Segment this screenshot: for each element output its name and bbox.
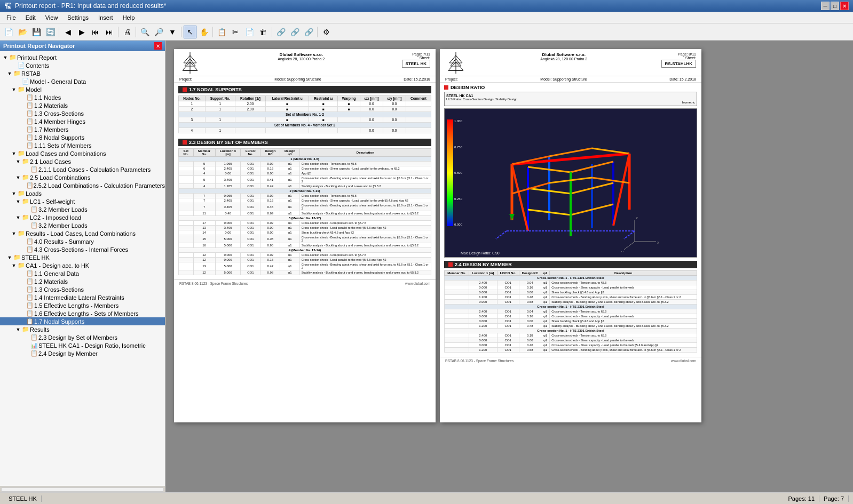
page-icon: 📋: [26, 142, 34, 149]
tree-members[interactable]: 📋 1.7 Members: [0, 125, 165, 133]
folder-icon: 📁: [17, 262, 26, 269]
col-member: Member No.: [193, 149, 215, 157]
horizontal-scrollbar[interactable]: [0, 486, 165, 492]
window-title: Printout report - PR1: Input data and re…: [15, 2, 167, 10]
menu-help[interactable]: Help: [119, 13, 139, 22]
col-member: Member No.: [445, 271, 469, 276]
section-title-text: 2.3 DESIGN BY SET OF MEMBERS: [189, 140, 268, 145]
toolbar-save[interactable]: 💾: [30, 26, 43, 38]
menu-view[interactable]: View: [41, 13, 62, 22]
toolbar-delete-page[interactable]: 🗑: [257, 26, 270, 38]
tree-ca1-cs[interactable]: 📋 1.3 Cross-Sections: [0, 285, 165, 293]
menu-file[interactable]: File: [2, 13, 20, 22]
tree-item-label: Model: [26, 86, 165, 93]
table-row: 51.965CO10.02φ1Cross-section check - Ten…: [179, 162, 431, 166]
navigator-title: Printout Report Navigator: [3, 43, 75, 49]
tree-item-label: CA1 - Design acc. to HK: [26, 262, 165, 269]
tree-design-set[interactable]: 📋 2.3 Design by Set of Members: [0, 333, 165, 341]
tree-nodal-supports[interactable]: 📋 1.8 Nodal Supports: [0, 133, 165, 141]
toolbar-first[interactable]: ⏮: [89, 26, 102, 38]
page-icon: 📋: [26, 310, 34, 317]
menu-insert[interactable]: Insert: [94, 13, 117, 22]
toolbar-link1[interactable]: 🔗: [274, 26, 287, 38]
tree-lc2[interactable]: ▼ 📁 LC2 - Imposed load: [0, 213, 165, 221]
toolbar-hand[interactable]: ✋: [198, 26, 210, 38]
tree-design-ratio[interactable]: 📊 STEEL HK CA1 - Design Ratio, Isometric: [0, 341, 165, 349]
toolbar-open[interactable]: 📂: [16, 26, 29, 38]
toolbar-last[interactable]: ⏭: [103, 26, 116, 38]
tree-results-summary[interactable]: 📋 4.0 Results - Summary: [0, 237, 165, 245]
col-lateral: Lateral Restraint u: [265, 96, 309, 101]
toolbar-link3[interactable]: 🔗: [302, 26, 315, 38]
tree-load-combinations[interactable]: ▼ 📁 2.5 Load Combinations: [0, 173, 165, 181]
tree-ca1-lateral[interactable]: 📋 1.4 Intermediate Lateral Restraints: [0, 293, 165, 301]
toggle-icon: ▼: [11, 263, 17, 268]
navigator-tree[interactable]: ▼ 📁 Printout Report 📄 Contents ▼ 📁 RSTAB: [0, 51, 165, 486]
toolbar-select[interactable]: ↖: [184, 26, 196, 38]
navigator-close-button[interactable]: ✕: [154, 42, 162, 50]
tree-loads-folder[interactable]: ▼ 📁 Loads: [0, 189, 165, 197]
tree-design-member[interactable]: 📋 2.4 Design by Member: [0, 349, 165, 357]
tree-steel-hk[interactable]: ▼ 📁 STEEL HK: [0, 253, 165, 261]
table-row-header: Set of Members No. 4 - Member Set 2: [179, 123, 431, 128]
navigator-panel: Printout Report Navigator ✕ ▼ 📁 Printout…: [0, 41, 165, 492]
title-bar: 🏗 Printout report - PR1: Input data and …: [0, 0, 853, 12]
toolbar-link2[interactable]: 🔗: [288, 26, 301, 38]
toolbar-new[interactable]: 📄: [2, 26, 15, 38]
color-scale-labels: 1.000 0.750 0.500 0.250 0.000: [454, 119, 462, 226]
tree-printout-report[interactable]: ▼ 📁 Printout Report: [0, 53, 165, 61]
page-footer-right: RSTAB 8.06.1123 - Space Frame Structures…: [440, 357, 701, 364]
tree-ca1-general[interactable]: 📋 1.1 General Data: [0, 269, 165, 277]
toolbar-settings[interactable]: ⚙: [320, 26, 333, 38]
tree-nodes[interactable]: 📋 1.1 Nodes: [0, 93, 165, 101]
maximize-button[interactable]: □: [831, 2, 839, 10]
toolbar-zoom-out[interactable]: 🔎: [152, 26, 165, 38]
toolbar-paste-page[interactable]: 📄: [243, 26, 256, 38]
folder-icon: 📁: [17, 230, 26, 237]
status-bar: STEEL HK Pages: 11 Page: 7: [0, 492, 853, 504]
tree-model-general[interactable]: 📄 Model - General Data: [0, 77, 165, 85]
toolbar-btn4[interactable]: 🔄: [44, 26, 57, 38]
menu-settings[interactable]: Settings: [63, 13, 93, 22]
toolbar-copy-page[interactable]: 📋: [215, 26, 228, 38]
tree-ca1-eff-sets[interactable]: 📋 1.6 Effective Lengths - Sets of Member…: [0, 309, 165, 317]
tree-rstab[interactable]: ▼ 📁 RSTAB: [0, 69, 165, 77]
red-dot-icon: [448, 262, 453, 267]
table-row: 53.405CO10.41φ1Cross-section check - Ben…: [179, 176, 431, 184]
tree-load-cases-calc[interactable]: 📋 2.1.1 Load Cases - Calculation Paramet…: [0, 165, 165, 173]
tree-results-folder[interactable]: ▼ 📁 Results - Load Cases, Load Combinati…: [0, 229, 165, 237]
table-row: 1.200CO10.48φ1Stability analysis - Buckl…: [445, 324, 697, 329]
tree-materials[interactable]: 📋 1.2 Materials: [0, 101, 165, 109]
toolbar-back[interactable]: ◀: [61, 26, 74, 38]
toolbar-zoom-dropdown[interactable]: ▼: [166, 26, 179, 38]
minimize-button[interactable]: ─: [821, 2, 830, 10]
tree-ca1-materials[interactable]: 📋 1.2 Materials: [0, 277, 165, 285]
tree-sets-members[interactable]: 📋 1.11 Sets of Members: [0, 141, 165, 149]
tree-lc1[interactable]: ▼ 📁 LC1 - Self-weight: [0, 197, 165, 205]
tree-internal-forces[interactable]: 📋 4.3 Cross-Sections - Internal Forces: [0, 245, 165, 253]
tree-load-combinations-calc[interactable]: 📋 2.5.2 Load Combinations - Calculation …: [0, 181, 165, 189]
tree-ca1-nodal-supports[interactable]: 📋 1.7 Nodal Supports: [0, 317, 165, 325]
red-diamond-icon: [444, 85, 448, 90]
tree-load-cases-folder[interactable]: ▼ 📁 Load Cases and Combinations: [0, 149, 165, 157]
close-button[interactable]: ✕: [840, 2, 849, 10]
page-icon: 📋: [26, 118, 34, 125]
tree-member-hinges[interactable]: 📋 1.4 Member Hinges: [0, 117, 165, 125]
tree-cross-sections[interactable]: 📋 1.3 Cross-Sections: [0, 109, 165, 117]
tree-ca1-eff-len[interactable]: 📋 1.5 Effective Lengths - Members: [0, 301, 165, 309]
page-right: Dlubal Software s.r.o. Anglická 28, 120 …: [440, 49, 701, 422]
tree-ca1[interactable]: ▼ 📁 CA1 - Design acc. to HK: [0, 261, 165, 269]
menu-edit[interactable]: Edit: [21, 13, 40, 22]
content-area[interactable]: Dlubal Software s.r.o. Anglická 28, 120 …: [165, 41, 853, 492]
toolbar-cut-page[interactable]: ✂: [229, 26, 242, 38]
toolbar-print[interactable]: 🖨: [121, 26, 133, 38]
tree-lc2-member-loads[interactable]: 📋 3.2 Member Loads: [0, 221, 165, 229]
tree-ca1-results[interactable]: ▼ 📁 Results: [0, 325, 165, 333]
tree-lc1-member-loads[interactable]: 📋 3.2 Member Loads: [0, 205, 165, 213]
toolbar-forward[interactable]: ▶: [75, 26, 88, 38]
toolbar-zoom-in[interactable]: 🔍: [138, 26, 151, 38]
tree-model[interactable]: ▼ 📁 Model: [0, 85, 165, 93]
tree-load-cases[interactable]: ▼ 📁 2.1 Load Cases: [0, 157, 165, 165]
col-location: Location x [m]: [215, 149, 241, 157]
tree-contents[interactable]: 📄 Contents: [0, 61, 165, 69]
